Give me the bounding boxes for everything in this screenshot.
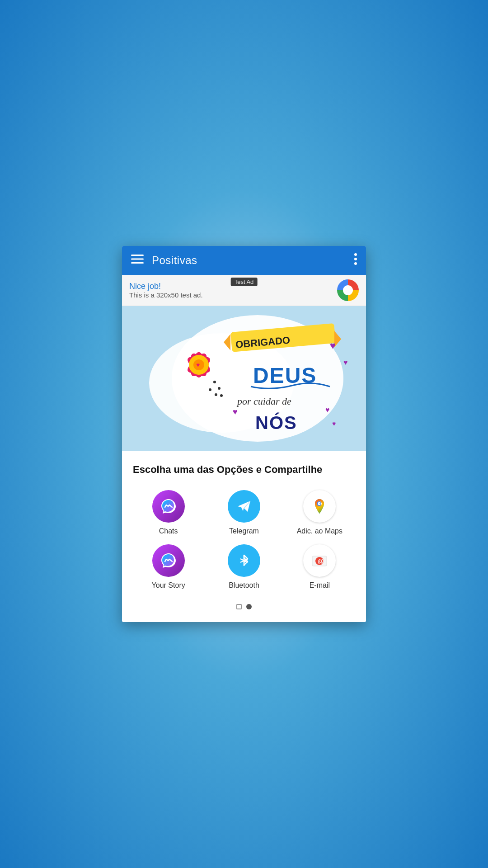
chats-label: Chats (159, 527, 178, 535)
svg-text:NÓS: NÓS (255, 412, 297, 433)
svg-point-3 (354, 253, 357, 256)
ad-logo-inner (343, 285, 353, 295)
share-grid: Chats Telegram (133, 490, 355, 590)
app-title: Positivas (152, 254, 346, 267)
svg-rect-2 (131, 262, 144, 264)
share-item-telegram[interactable]: Telegram (208, 490, 279, 535)
app-window: Positivas Test Ad Nice job! This is a 32… (122, 246, 366, 622)
page-indicator-2[interactable] (246, 604, 252, 609)
email-icon: @ (303, 544, 336, 577)
top-bar: Positivas (122, 246, 366, 275)
svg-rect-1 (131, 258, 144, 259)
svg-text:@: @ (318, 557, 324, 565)
pagination (133, 599, 355, 613)
svg-point-5 (354, 262, 357, 265)
ad-text: Nice job! This is a 320x50 test ad. (129, 282, 203, 299)
svg-text:♥: ♥ (196, 361, 200, 368)
ad-description: This is a 320x50 test ad. (129, 291, 203, 299)
ad-nice-label: Nice job! (129, 282, 203, 291)
card-image: ♥ OBRIGADO DEUS por cuidar de NÓS ♥ ♥ ♥ … (122, 306, 366, 451)
svg-text:♥: ♥ (325, 406, 330, 414)
svg-marker-37 (238, 501, 250, 512)
menu-icon[interactable] (131, 253, 144, 269)
telegram-label: Telegram (229, 527, 259, 535)
share-item-story[interactable]: Your Story (133, 544, 204, 590)
ad-badge: Test Ad (231, 278, 258, 286)
bluetooth-label: Bluetooth (229, 581, 259, 590)
svg-rect-0 (131, 255, 144, 256)
svg-point-35 (215, 393, 217, 396)
share-item-chats[interactable]: Chats (133, 490, 204, 535)
share-item-bluetooth[interactable]: Bluetooth (208, 544, 279, 590)
ad-banner[interactable]: Test Ad Nice job! This is a 320x50 test … (122, 275, 366, 306)
svg-text:G: G (317, 500, 322, 507)
share-item-maps[interactable]: G Adic. ao Maps (284, 490, 355, 535)
story-icon (152, 544, 185, 577)
svg-point-34 (209, 388, 211, 391)
svg-point-32 (213, 381, 216, 383)
share-sheet: Escolha uma das Opções e Compartilhe (122, 451, 366, 622)
share-title: Escolha uma das Opções e Compartilhe (133, 463, 355, 476)
svg-point-33 (218, 387, 221, 390)
svg-text:por cuidar de: por cuidar de (236, 396, 291, 407)
chats-icon (152, 490, 185, 523)
ad-logo (337, 279, 359, 301)
telegram-icon (228, 490, 260, 523)
share-item-email[interactable]: @ E-mail (284, 544, 355, 590)
svg-text:♥: ♥ (332, 420, 336, 427)
page-indicator-1[interactable] (236, 604, 242, 609)
svg-text:♥: ♥ (343, 359, 348, 366)
email-label: E-mail (310, 581, 330, 590)
more-icon[interactable] (354, 253, 357, 268)
maps-icon: G (303, 490, 336, 523)
bluetooth-icon (228, 544, 260, 577)
maps-label: Adic. ao Maps (297, 527, 343, 535)
svg-text:♥: ♥ (330, 340, 336, 351)
svg-point-4 (354, 258, 357, 260)
svg-point-36 (220, 394, 223, 397)
svg-text:♥: ♥ (233, 407, 238, 416)
story-label: Your Story (152, 581, 185, 590)
